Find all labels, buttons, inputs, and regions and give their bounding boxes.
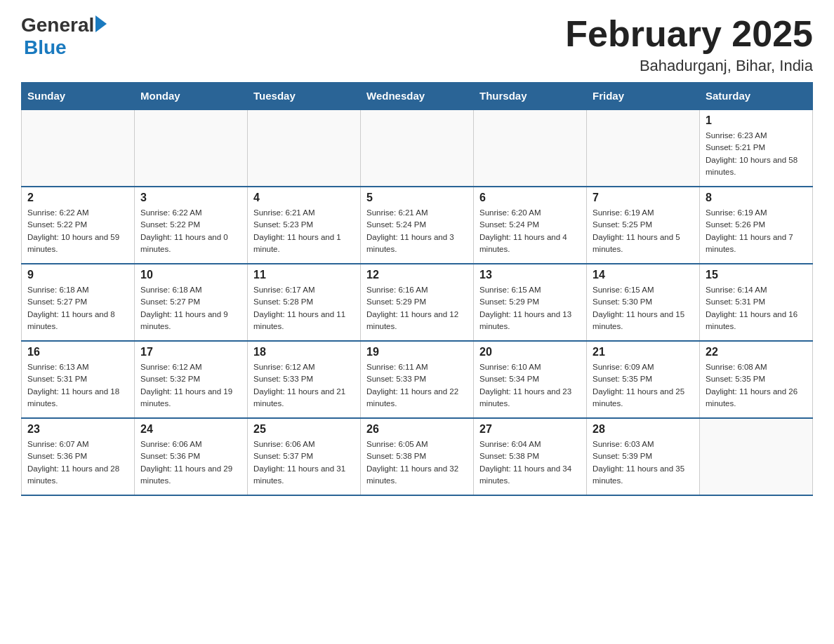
day-number: 12 <box>366 269 468 281</box>
calendar-cell: 25Sunrise: 6:06 AM Sunset: 5:37 PM Dayli… <box>248 418 361 495</box>
day-info: Sunrise: 6:12 AM Sunset: 5:32 PM Dayligh… <box>140 361 241 410</box>
day-number: 7 <box>593 192 694 204</box>
calendar-cell: 22Sunrise: 6:08 AM Sunset: 5:35 PM Dayli… <box>700 341 813 418</box>
day-number: 28 <box>593 423 694 436</box>
calendar-cell: 19Sunrise: 6:11 AM Sunset: 5:33 PM Dayli… <box>361 341 474 418</box>
day-info: Sunrise: 6:22 AM Sunset: 5:22 PM Dayligh… <box>27 207 128 255</box>
day-number: 1 <box>706 114 807 127</box>
calendar-cell: 9Sunrise: 6:18 AM Sunset: 5:27 PM Daylig… <box>22 264 135 341</box>
day-info: Sunrise: 6:17 AM Sunset: 5:28 PM Dayligh… <box>253 284 355 333</box>
calendar-cell: 4Sunrise: 6:21 AM Sunset: 5:23 PM Daylig… <box>248 187 361 264</box>
logo-blue: Blue <box>24 36 67 59</box>
day-info: Sunrise: 6:18 AM Sunset: 5:27 PM Dayligh… <box>27 284 128 333</box>
logo-arrow-icon <box>95 15 107 32</box>
day-info: Sunrise: 6:20 AM Sunset: 5:24 PM Dayligh… <box>479 207 581 255</box>
day-number: 17 <box>140 346 241 358</box>
day-info: Sunrise: 6:12 AM Sunset: 5:33 PM Dayligh… <box>253 361 355 410</box>
calendar-cell <box>22 109 135 187</box>
calendar-cell: 26Sunrise: 6:05 AM Sunset: 5:38 PM Dayli… <box>361 418 474 495</box>
day-info: Sunrise: 6:07 AM Sunset: 5:36 PM Dayligh… <box>27 438 128 487</box>
day-info: Sunrise: 6:21 AM Sunset: 5:23 PM Dayligh… <box>253 207 355 255</box>
day-info: Sunrise: 6:06 AM Sunset: 5:37 PM Dayligh… <box>253 438 355 487</box>
day-info: Sunrise: 6:04 AM Sunset: 5:38 PM Dayligh… <box>479 438 581 487</box>
day-info: Sunrise: 6:10 AM Sunset: 5:34 PM Dayligh… <box>479 361 581 410</box>
calendar-cell: 5Sunrise: 6:21 AM Sunset: 5:24 PM Daylig… <box>361 187 474 264</box>
calendar-cell: 13Sunrise: 6:15 AM Sunset: 5:29 PM Dayli… <box>474 264 587 341</box>
logo: General Blue <box>21 14 107 59</box>
day-number: 14 <box>593 269 694 281</box>
day-info: Sunrise: 6:08 AM Sunset: 5:35 PM Dayligh… <box>706 361 807 410</box>
col-header-thursday: Thursday <box>474 83 587 110</box>
day-info: Sunrise: 6:19 AM Sunset: 5:25 PM Dayligh… <box>593 207 694 255</box>
calendar-cell: 14Sunrise: 6:15 AM Sunset: 5:30 PM Dayli… <box>587 264 700 341</box>
day-number: 21 <box>593 346 694 358</box>
day-number: 10 <box>140 269 241 281</box>
calendar-cell <box>135 109 248 187</box>
title-block: February 2025 Bahadurganj, Bihar, India <box>565 14 813 75</box>
calendar-cell <box>248 109 361 187</box>
calendar-cell: 24Sunrise: 6:06 AM Sunset: 5:36 PM Dayli… <box>135 418 248 495</box>
day-info: Sunrise: 6:13 AM Sunset: 5:31 PM Dayligh… <box>27 361 128 410</box>
calendar-cell: 2Sunrise: 6:22 AM Sunset: 5:22 PM Daylig… <box>22 187 135 264</box>
calendar-cell <box>361 109 474 187</box>
day-number: 5 <box>366 192 468 204</box>
calendar-cell: 12Sunrise: 6:16 AM Sunset: 5:29 PM Dayli… <box>361 264 474 341</box>
calendar-cell: 21Sunrise: 6:09 AM Sunset: 5:35 PM Dayli… <box>587 341 700 418</box>
calendar-week-row: 23Sunrise: 6:07 AM Sunset: 5:36 PM Dayli… <box>22 418 813 495</box>
day-number: 2 <box>27 192 128 204</box>
day-info: Sunrise: 6:18 AM Sunset: 5:27 PM Dayligh… <box>140 284 241 333</box>
day-number: 26 <box>366 423 468 436</box>
day-number: 24 <box>140 423 241 436</box>
calendar-week-row: 16Sunrise: 6:13 AM Sunset: 5:31 PM Dayli… <box>22 341 813 418</box>
day-number: 25 <box>253 423 355 436</box>
calendar-cell: 23Sunrise: 6:07 AM Sunset: 5:36 PM Dayli… <box>22 418 135 495</box>
calendar-cell: 28Sunrise: 6:03 AM Sunset: 5:39 PM Dayli… <box>587 418 700 495</box>
day-number: 4 <box>253 192 355 204</box>
calendar-week-row: 9Sunrise: 6:18 AM Sunset: 5:27 PM Daylig… <box>22 264 813 341</box>
col-header-tuesday: Tuesday <box>248 83 361 110</box>
calendar-cell: 20Sunrise: 6:10 AM Sunset: 5:34 PM Dayli… <box>474 341 587 418</box>
calendar-cell: 11Sunrise: 6:17 AM Sunset: 5:28 PM Dayli… <box>248 264 361 341</box>
day-number: 20 <box>479 346 581 358</box>
day-number: 18 <box>253 346 355 358</box>
logo-general: General <box>21 14 94 36</box>
day-number: 3 <box>140 192 241 204</box>
day-info: Sunrise: 6:16 AM Sunset: 5:29 PM Dayligh… <box>366 284 468 333</box>
col-header-wednesday: Wednesday <box>361 83 474 110</box>
day-number: 23 <box>27 423 128 436</box>
day-info: Sunrise: 6:06 AM Sunset: 5:36 PM Dayligh… <box>140 438 241 487</box>
day-info: Sunrise: 6:05 AM Sunset: 5:38 PM Dayligh… <box>366 438 468 487</box>
day-number: 19 <box>366 346 468 358</box>
page-header: General Blue February 2025 Bahadurganj, … <box>21 14 813 75</box>
day-info: Sunrise: 6:19 AM Sunset: 5:26 PM Dayligh… <box>706 207 807 255</box>
calendar-cell: 6Sunrise: 6:20 AM Sunset: 5:24 PM Daylig… <box>474 187 587 264</box>
col-header-sunday: Sunday <box>22 83 135 110</box>
calendar-cell: 10Sunrise: 6:18 AM Sunset: 5:27 PM Dayli… <box>135 264 248 341</box>
day-info: Sunrise: 6:21 AM Sunset: 5:24 PM Dayligh… <box>366 207 468 255</box>
calendar-table: SundayMondayTuesdayWednesdayThursdayFrid… <box>21 82 813 496</box>
day-number: 8 <box>706 192 807 204</box>
col-header-friday: Friday <box>587 83 700 110</box>
day-number: 16 <box>27 346 128 358</box>
calendar-header-row: SundayMondayTuesdayWednesdayThursdayFrid… <box>22 83 813 110</box>
calendar-cell: 27Sunrise: 6:04 AM Sunset: 5:38 PM Dayli… <box>474 418 587 495</box>
calendar-cell: 3Sunrise: 6:22 AM Sunset: 5:22 PM Daylig… <box>135 187 248 264</box>
day-info: Sunrise: 6:23 AM Sunset: 5:21 PM Dayligh… <box>706 130 807 178</box>
day-number: 27 <box>479 423 581 436</box>
month-title: February 2025 <box>565 14 813 54</box>
day-number: 9 <box>27 269 128 281</box>
day-number: 22 <box>706 346 807 358</box>
day-info: Sunrise: 6:09 AM Sunset: 5:35 PM Dayligh… <box>593 361 694 410</box>
calendar-cell: 18Sunrise: 6:12 AM Sunset: 5:33 PM Dayli… <box>248 341 361 418</box>
calendar-cell: 8Sunrise: 6:19 AM Sunset: 5:26 PM Daylig… <box>700 187 813 264</box>
day-info: Sunrise: 6:15 AM Sunset: 5:30 PM Dayligh… <box>593 284 694 333</box>
day-info: Sunrise: 6:03 AM Sunset: 5:39 PM Dayligh… <box>593 438 694 487</box>
location-title: Bahadurganj, Bihar, India <box>565 57 813 75</box>
calendar-week-row: 1Sunrise: 6:23 AM Sunset: 5:21 PM Daylig… <box>22 109 813 187</box>
day-info: Sunrise: 6:14 AM Sunset: 5:31 PM Dayligh… <box>706 284 807 333</box>
calendar-cell: 17Sunrise: 6:12 AM Sunset: 5:32 PM Dayli… <box>135 341 248 418</box>
calendar-cell <box>474 109 587 187</box>
calendar-cell <box>587 109 700 187</box>
day-number: 15 <box>706 269 807 281</box>
col-header-monday: Monday <box>135 83 248 110</box>
